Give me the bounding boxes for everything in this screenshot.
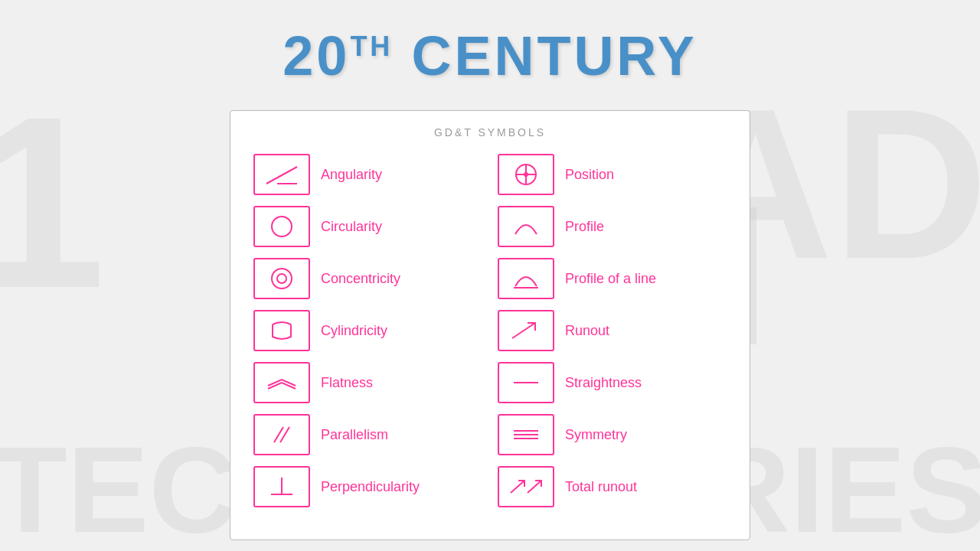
flatness-symbol-box [253,362,310,403]
list-item: Profile [498,206,727,247]
profile-of-a-line-symbol-box [498,258,554,299]
cylindricity-label: Cylindricity [321,323,387,339]
svg-line-20 [528,481,541,493]
total-runout-symbol-box [498,466,554,507]
concentricity-symbol-box [253,258,310,299]
page-title: 20TH CENTURY [283,24,697,87]
perpendicularity-icon [262,473,302,500]
svg-point-12 [524,172,528,177]
position-symbol-box [498,154,554,195]
total-runout-icon [506,473,546,500]
list-item: Total runout [498,466,727,507]
flatness-label: Flatness [321,375,373,391]
concentricity-label: Concentricity [321,271,400,287]
concentricity-icon [262,265,302,292]
perpendicularity-symbol-box [253,466,310,507]
runout-symbol-box [498,310,554,351]
list-item: Angularity [253,154,482,195]
list-item: Circularity [253,206,482,247]
straightness-label: Straightness [565,375,642,391]
runout-label: Runout [565,323,609,339]
total-runout-label: Total runout [565,479,637,495]
parallelism-icon [262,421,302,448]
card-header: GD&T SYMBOLS [253,126,727,139]
symbols-grid: Angularity Circularity [253,154,727,518]
list-item: Runout [498,310,727,351]
parallelism-label: Parallelism [321,427,388,443]
parallelism-symbol-box [253,414,310,455]
flatness-icon [262,369,302,396]
angularity-icon [262,161,302,188]
profile-symbol-box [498,206,554,247]
wm-left: 1 [0,61,106,343]
angularity-symbol-box [253,154,310,195]
list-item: Parallelism [253,414,482,455]
profile-icon [506,213,546,240]
circularity-icon [262,213,302,240]
svg-point-4 [277,274,286,283]
list-item: Straightness [498,362,727,403]
straightness-icon [506,369,546,396]
list-item: Symmetry [498,414,727,455]
profile-of-a-line-label: Profile of a line [565,271,656,287]
circularity-label: Circularity [321,219,382,235]
svg-point-3 [272,269,292,289]
right-column: Position Profile Prof [498,154,727,518]
list-item: Concentricity [253,258,482,299]
list-item: Perpendicularity [253,466,482,507]
cylindricity-icon [262,317,302,344]
symmetry-icon [506,421,546,448]
svg-line-0 [266,167,297,184]
left-column: Angularity Circularity [253,154,482,518]
gdt-card: GD&T SYMBOLS Angularity [230,110,750,540]
symmetry-label: Symmetry [565,427,627,443]
svg-point-2 [272,217,292,236]
list-item: Position [498,154,727,195]
cylindricity-symbol-box [253,310,310,351]
svg-line-19 [511,481,524,493]
profile-of-a-line-icon [506,265,546,292]
list-item: Profile of a line [498,258,727,299]
angularity-label: Angularity [321,167,382,183]
svg-line-14 [512,323,535,338]
profile-label: Profile [565,219,604,235]
position-label: Position [565,167,614,183]
symmetry-symbol-box [498,414,554,455]
circularity-symbol-box [253,206,310,247]
position-icon [506,161,546,188]
perpendicularity-label: Perpendicularity [321,479,420,495]
list-item: Flatness [253,362,482,403]
runout-icon [506,317,546,344]
straightness-symbol-box [498,362,554,403]
list-item: Cylindricity [253,310,482,351]
